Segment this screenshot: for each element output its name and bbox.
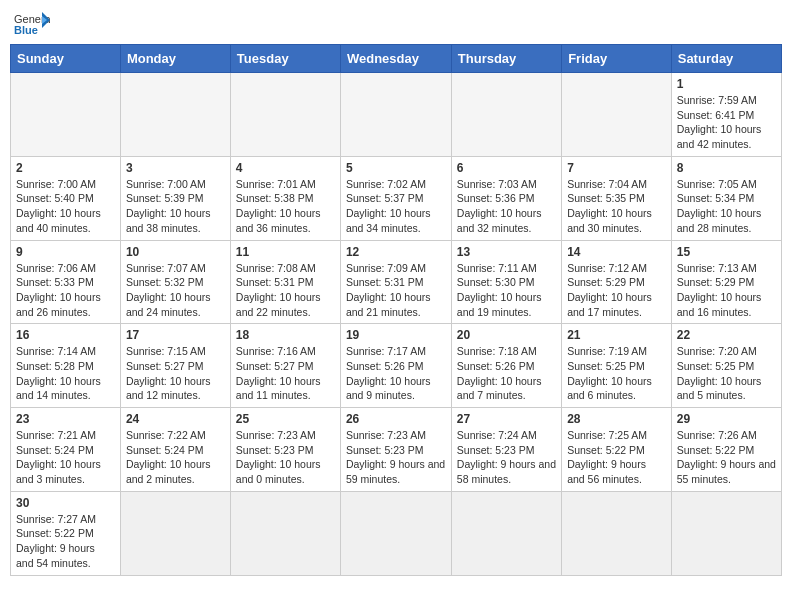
day-number: 16: [16, 328, 115, 342]
calendar-cell: 16Sunrise: 7:14 AMSunset: 5:28 PMDayligh…: [11, 324, 121, 408]
day-info: Sunrise: 7:19 AMSunset: 5:25 PMDaylight:…: [567, 344, 666, 403]
day-number: 7: [567, 161, 666, 175]
day-number: 26: [346, 412, 446, 426]
svg-text:Blue: Blue: [14, 24, 38, 36]
day-number: 10: [126, 245, 225, 259]
calendar-cell: 26Sunrise: 7:23 AMSunset: 5:23 PMDayligh…: [340, 408, 451, 492]
day-number: 1: [677, 77, 776, 91]
day-number: 25: [236, 412, 335, 426]
day-number: 14: [567, 245, 666, 259]
day-header-monday: Monday: [120, 45, 230, 73]
day-info: Sunrise: 7:00 AMSunset: 5:39 PMDaylight:…: [126, 177, 225, 236]
calendar-cell: 21Sunrise: 7:19 AMSunset: 5:25 PMDayligh…: [562, 324, 672, 408]
day-info: Sunrise: 7:16 AMSunset: 5:27 PMDaylight:…: [236, 344, 335, 403]
generalblue-logo-icon: General Blue: [14, 10, 50, 38]
day-header-saturday: Saturday: [671, 45, 781, 73]
day-header-thursday: Thursday: [451, 45, 561, 73]
day-info: Sunrise: 7:05 AMSunset: 5:34 PMDaylight:…: [677, 177, 776, 236]
week-row-3: 9Sunrise: 7:06 AMSunset: 5:33 PMDaylight…: [11, 240, 782, 324]
calendar-cell: 7Sunrise: 7:04 AMSunset: 5:35 PMDaylight…: [562, 156, 672, 240]
calendar-cell: 13Sunrise: 7:11 AMSunset: 5:30 PMDayligh…: [451, 240, 561, 324]
logo: General Blue: [14, 10, 50, 38]
day-info: Sunrise: 7:24 AMSunset: 5:23 PMDaylight:…: [457, 428, 556, 487]
day-info: Sunrise: 7:21 AMSunset: 5:24 PMDaylight:…: [16, 428, 115, 487]
day-number: 28: [567, 412, 666, 426]
calendar-cell: 18Sunrise: 7:16 AMSunset: 5:27 PMDayligh…: [230, 324, 340, 408]
day-info: Sunrise: 7:23 AMSunset: 5:23 PMDaylight:…: [346, 428, 446, 487]
day-info: Sunrise: 7:18 AMSunset: 5:26 PMDaylight:…: [457, 344, 556, 403]
day-info: Sunrise: 7:59 AMSunset: 6:41 PMDaylight:…: [677, 93, 776, 152]
calendar-cell: 6Sunrise: 7:03 AMSunset: 5:36 PMDaylight…: [451, 156, 561, 240]
day-number: 27: [457, 412, 556, 426]
calendar-cell: [11, 73, 121, 157]
day-info: Sunrise: 7:23 AMSunset: 5:23 PMDaylight:…: [236, 428, 335, 487]
calendar-cell: [671, 491, 781, 575]
day-info: Sunrise: 7:15 AMSunset: 5:27 PMDaylight:…: [126, 344, 225, 403]
calendar-cell: 9Sunrise: 7:06 AMSunset: 5:33 PMDaylight…: [11, 240, 121, 324]
calendar-cell: 3Sunrise: 7:00 AMSunset: 5:39 PMDaylight…: [120, 156, 230, 240]
calendar-cell: 8Sunrise: 7:05 AMSunset: 5:34 PMDaylight…: [671, 156, 781, 240]
day-info: Sunrise: 7:12 AMSunset: 5:29 PMDaylight:…: [567, 261, 666, 320]
calendar-cell: 17Sunrise: 7:15 AMSunset: 5:27 PMDayligh…: [120, 324, 230, 408]
calendar-cell: [340, 73, 451, 157]
day-number: 29: [677, 412, 776, 426]
day-info: Sunrise: 7:13 AMSunset: 5:29 PMDaylight:…: [677, 261, 776, 320]
calendar-cell: [230, 491, 340, 575]
week-row-1: 1Sunrise: 7:59 AMSunset: 6:41 PMDaylight…: [11, 73, 782, 157]
day-number: 5: [346, 161, 446, 175]
calendar-cell: [120, 73, 230, 157]
day-info: Sunrise: 7:03 AMSunset: 5:36 PMDaylight:…: [457, 177, 556, 236]
days-header-row: SundayMondayTuesdayWednesdayThursdayFrid…: [11, 45, 782, 73]
day-header-wednesday: Wednesday: [340, 45, 451, 73]
calendar-cell: 12Sunrise: 7:09 AMSunset: 5:31 PMDayligh…: [340, 240, 451, 324]
day-info: Sunrise: 7:02 AMSunset: 5:37 PMDaylight:…: [346, 177, 446, 236]
day-number: 4: [236, 161, 335, 175]
calendar-cell: 22Sunrise: 7:20 AMSunset: 5:25 PMDayligh…: [671, 324, 781, 408]
calendar-cell: 24Sunrise: 7:22 AMSunset: 5:24 PMDayligh…: [120, 408, 230, 492]
day-header-tuesday: Tuesday: [230, 45, 340, 73]
calendar-cell: [562, 491, 672, 575]
calendar-cell: 1Sunrise: 7:59 AMSunset: 6:41 PMDaylight…: [671, 73, 781, 157]
calendar-cell: 23Sunrise: 7:21 AMSunset: 5:24 PMDayligh…: [11, 408, 121, 492]
day-number: 2: [16, 161, 115, 175]
day-info: Sunrise: 7:07 AMSunset: 5:32 PMDaylight:…: [126, 261, 225, 320]
calendar-cell: 11Sunrise: 7:08 AMSunset: 5:31 PMDayligh…: [230, 240, 340, 324]
day-number: 24: [126, 412, 225, 426]
day-header-friday: Friday: [562, 45, 672, 73]
calendar-cell: [562, 73, 672, 157]
calendar-cell: 10Sunrise: 7:07 AMSunset: 5:32 PMDayligh…: [120, 240, 230, 324]
calendar-cell: [230, 73, 340, 157]
day-number: 22: [677, 328, 776, 342]
week-row-4: 16Sunrise: 7:14 AMSunset: 5:28 PMDayligh…: [11, 324, 782, 408]
day-number: 9: [16, 245, 115, 259]
day-info: Sunrise: 7:14 AMSunset: 5:28 PMDaylight:…: [16, 344, 115, 403]
calendar-cell: 28Sunrise: 7:25 AMSunset: 5:22 PMDayligh…: [562, 408, 672, 492]
calendar-cell: 14Sunrise: 7:12 AMSunset: 5:29 PMDayligh…: [562, 240, 672, 324]
calendar-cell: 27Sunrise: 7:24 AMSunset: 5:23 PMDayligh…: [451, 408, 561, 492]
header: General Blue: [10, 10, 782, 38]
day-number: 11: [236, 245, 335, 259]
day-info: Sunrise: 7:22 AMSunset: 5:24 PMDaylight:…: [126, 428, 225, 487]
day-number: 21: [567, 328, 666, 342]
calendar-cell: 29Sunrise: 7:26 AMSunset: 5:22 PMDayligh…: [671, 408, 781, 492]
calendar-cell: 19Sunrise: 7:17 AMSunset: 5:26 PMDayligh…: [340, 324, 451, 408]
calendar-table: SundayMondayTuesdayWednesdayThursdayFrid…: [10, 44, 782, 576]
calendar-cell: 20Sunrise: 7:18 AMSunset: 5:26 PMDayligh…: [451, 324, 561, 408]
calendar-cell: 30Sunrise: 7:27 AMSunset: 5:22 PMDayligh…: [11, 491, 121, 575]
calendar-cell: [451, 491, 561, 575]
day-info: Sunrise: 7:27 AMSunset: 5:22 PMDaylight:…: [16, 512, 115, 571]
day-info: Sunrise: 7:11 AMSunset: 5:30 PMDaylight:…: [457, 261, 556, 320]
day-number: 12: [346, 245, 446, 259]
week-row-2: 2Sunrise: 7:00 AMSunset: 5:40 PMDaylight…: [11, 156, 782, 240]
day-number: 8: [677, 161, 776, 175]
week-row-5: 23Sunrise: 7:21 AMSunset: 5:24 PMDayligh…: [11, 408, 782, 492]
day-info: Sunrise: 7:20 AMSunset: 5:25 PMDaylight:…: [677, 344, 776, 403]
day-number: 30: [16, 496, 115, 510]
day-info: Sunrise: 7:09 AMSunset: 5:31 PMDaylight:…: [346, 261, 446, 320]
day-number: 19: [346, 328, 446, 342]
day-number: 17: [126, 328, 225, 342]
day-info: Sunrise: 7:00 AMSunset: 5:40 PMDaylight:…: [16, 177, 115, 236]
calendar-cell: 4Sunrise: 7:01 AMSunset: 5:38 PMDaylight…: [230, 156, 340, 240]
calendar-cell: [120, 491, 230, 575]
calendar-cell: 5Sunrise: 7:02 AMSunset: 5:37 PMDaylight…: [340, 156, 451, 240]
